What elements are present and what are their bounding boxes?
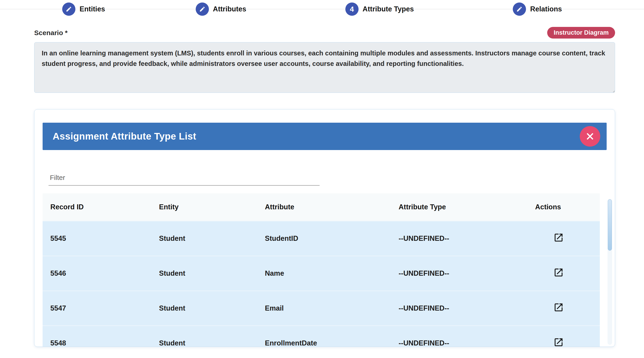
actions-cell (527, 291, 600, 326)
pencil-icon (516, 6, 522, 12)
panel-header: Assignment Attribute Type List (42, 123, 607, 150)
open-record-button[interactable] (553, 232, 564, 243)
attribute-type-cell: --UNDEFINED-- (391, 256, 527, 291)
entity-cell: Student (151, 221, 257, 256)
page: Entities Attributes 4 Attribute Types Re… (0, 0, 644, 358)
attribute-type-cell: --UNDEFINED-- (391, 291, 527, 326)
stepper: Entities Attributes 4 Attribute Types Re… (0, 2, 644, 17)
attribute-cell: EnrollmentDate (257, 326, 391, 347)
stepper-connector (246, 9, 345, 9)
stepper-connector (105, 9, 196, 9)
table-row: 5546 Student Name --UNDEFINED-- (42, 256, 600, 291)
column-header: Record ID (42, 193, 151, 221)
attribute-cell: StudentID (257, 221, 391, 256)
close-button[interactable] (580, 126, 600, 147)
table-scrollbar[interactable] (608, 199, 612, 345)
filter-wrap (48, 172, 607, 186)
open-record-button[interactable] (553, 267, 564, 278)
table-row: 5547 Student Email --UNDEFINED-- (42, 291, 600, 326)
attribute-type-panel: Assignment Attribute Type List Record ID (34, 109, 615, 347)
stepper-connector (414, 9, 513, 9)
step-attribute-types[interactable]: 4 Attribute Types (345, 3, 414, 16)
open-record-button[interactable] (553, 302, 564, 313)
step-circle (62, 3, 76, 16)
actions-cell (527, 221, 600, 256)
open-in-new-icon (553, 267, 564, 278)
close-icon (586, 132, 594, 141)
step-number: 4 (350, 5, 354, 14)
stepper-connector (0, 9, 62, 9)
entity-cell: Student (151, 291, 257, 326)
step-label: Attribute Types (363, 5, 414, 13)
record-id-cell: 5546 (42, 256, 151, 291)
record-id-cell: 5547 (42, 291, 151, 326)
column-header: Actions (527, 193, 600, 221)
step-circle: 4 (345, 3, 358, 16)
content: Scenario * Instructor Diagram In an onli… (34, 27, 615, 347)
stepper-connector (562, 9, 644, 9)
actions-cell (527, 256, 600, 291)
column-header: Attribute (257, 193, 391, 221)
actions-cell (527, 326, 600, 347)
instructor-diagram-badge: Instructor Diagram (547, 27, 615, 39)
scenario-label: Scenario * (34, 29, 68, 37)
filter-input[interactable] (48, 172, 320, 186)
attribute-type-cell: --UNDEFINED-- (391, 326, 527, 347)
step-circle (513, 3, 526, 16)
attribute-type-cell: --UNDEFINED-- (391, 221, 527, 256)
open-in-new-icon (553, 337, 564, 347)
pencil-icon (199, 6, 206, 12)
table-row: 5545 Student StudentID --UNDEFINED-- (42, 221, 600, 256)
step-relations[interactable]: Relations (513, 3, 562, 16)
record-id-cell: 5548 (42, 326, 151, 347)
record-id-cell: 5545 (42, 221, 151, 256)
step-attributes[interactable]: Attributes (196, 3, 246, 16)
column-header: Attribute Type (391, 193, 527, 221)
attribute-cell: Name (257, 256, 391, 291)
column-header: Entity (151, 193, 257, 221)
table-header-row: Record ID Entity Attribute Attribute Typ… (42, 193, 600, 221)
step-circle (196, 3, 209, 16)
entity-cell: Student (151, 256, 257, 291)
scrollbar-thumb[interactable] (608, 199, 612, 251)
step-label: Attributes (213, 5, 246, 13)
attribute-type-table: Record ID Entity Attribute Attribute Typ… (42, 193, 600, 347)
scenario-header: Scenario * Instructor Diagram (34, 27, 615, 39)
step-entities[interactable]: Entities (62, 3, 105, 16)
pencil-icon (66, 6, 72, 12)
attribute-cell: Email (257, 291, 391, 326)
entity-cell: Student (151, 326, 257, 347)
open-in-new-icon (553, 302, 564, 313)
step-label: Relations (530, 5, 562, 13)
table-row: 5548 Student EnrollmentDate --UNDEFINED-… (42, 326, 600, 347)
step-label: Entities (80, 5, 105, 13)
panel-title: Assignment Attribute Type List (52, 131, 580, 142)
scenario-textarea[interactable]: In an online learning management system … (34, 42, 615, 93)
open-in-new-icon (553, 232, 564, 243)
open-record-button[interactable] (553, 337, 564, 347)
